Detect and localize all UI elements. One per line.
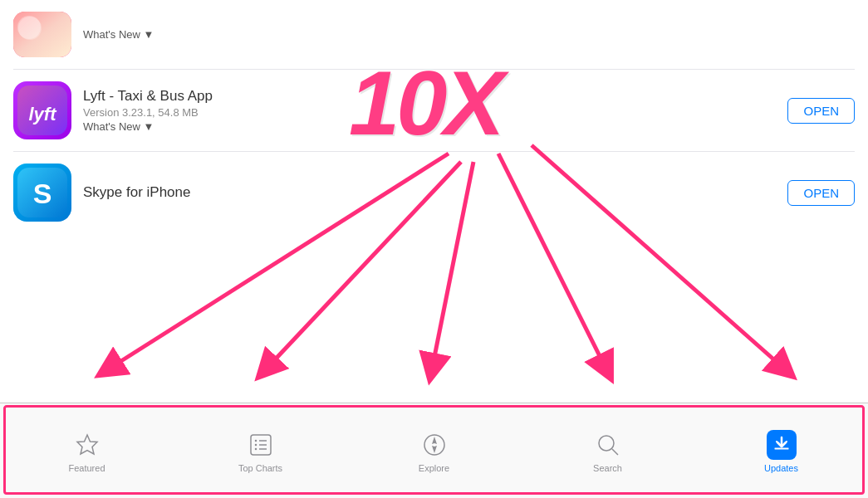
featured-label: Featured — [68, 463, 105, 473]
skype-app-icon: S — [13, 164, 71, 222]
svg-point-1 — [18, 17, 42, 40]
tab-search[interactable]: Search — [521, 422, 694, 473]
svg-text:S: S — [33, 178, 52, 209]
tab-explore[interactable]: Explore — [347, 422, 521, 473]
tab-bar: Featured Top Charts — [0, 403, 868, 498]
lyft-app-icon: lyft — [13, 81, 71, 139]
tab-featured[interactable]: Featured — [0, 422, 174, 473]
lyft-app-name: Lyft - Taxi & Bus App — [83, 88, 787, 105]
svg-marker-12 — [77, 435, 97, 454]
app-store-screen: What's New ▼ OPEN lyft — [0, 0, 868, 498]
list-icon — [246, 430, 276, 460]
svg-marker-22 — [432, 446, 437, 453]
lyft-app-info: Lyft - Taxi & Bus App Version 3.23.1, 54… — [83, 88, 787, 133]
app-icon-partial — [13, 12, 71, 57]
lyft-app-version: Version 3.23.1, 54.8 MB — [83, 106, 787, 119]
app-row-partial: What's New ▼ OPEN — [0, 0, 868, 69]
lyft-whats-new[interactable]: What's New ▼ — [83, 120, 787, 133]
lyft-open-button[interactable]: OPEN — [787, 98, 855, 124]
compass-icon — [419, 430, 449, 460]
svg-marker-21 — [432, 437, 437, 444]
svg-text:lyft: lyft — [29, 104, 58, 124]
svg-rect-25 — [774, 447, 789, 450]
apps-list: What's New ▼ OPEN lyft — [0, 0, 868, 403]
svg-line-24 — [612, 449, 618, 455]
star-icon — [72, 430, 102, 460]
updates-label: Updates — [764, 463, 798, 473]
svg-rect-0 — [13, 12, 71, 57]
tab-updates[interactable]: Updates — [694, 422, 868, 473]
skype-app-name: Skype for iPhone — [83, 184, 787, 201]
download-icon — [767, 430, 797, 460]
app-info-partial: What's New ▼ — [83, 28, 787, 41]
app-row-skype: S Skype for iPhone OPEN — [0, 152, 868, 233]
whats-new-partial[interactable]: What's New ▼ — [83, 28, 787, 41]
svg-point-23 — [599, 436, 614, 451]
skype-open-button[interactable]: OPEN — [787, 180, 855, 206]
search-label: Search — [593, 463, 622, 473]
explore-label: Explore — [419, 463, 449, 473]
app-row-lyft: lyft Lyft - Taxi & Bus App Version 3.23.… — [0, 70, 868, 151]
tab-top-charts[interactable]: Top Charts — [174, 422, 347, 473]
skype-app-info: Skype for iPhone — [83, 184, 787, 201]
top-charts-label: Top Charts — [238, 463, 282, 473]
search-icon — [593, 430, 623, 460]
